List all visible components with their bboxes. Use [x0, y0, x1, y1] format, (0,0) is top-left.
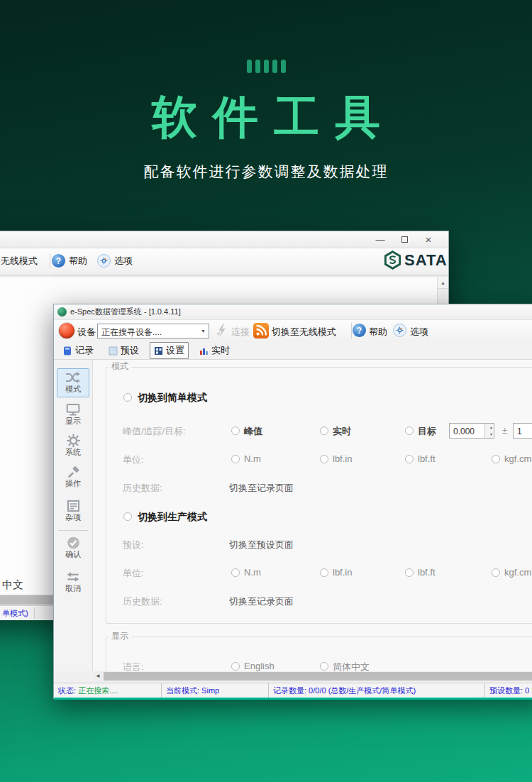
scrollbar-thumb[interactable]: [104, 672, 532, 681]
realtime-radio[interactable]: [320, 426, 328, 435]
unit-kgfcm-label[interactable]: kgf.cm: [504, 567, 531, 578]
scroll-left-icon[interactable]: ◄: [93, 671, 103, 681]
display-group-legend: 显示: [109, 630, 131, 642]
history-link[interactable]: 切换至记录页面: [229, 482, 294, 495]
options-button[interactable]: 选项: [410, 326, 428, 338]
current-mode-segment: 当前模式: Simp: [162, 683, 269, 698]
target-value-input[interactable]: 0.000 ▲▼: [449, 423, 494, 439]
preset-row: 预设: 切换至预设页面: [93, 539, 532, 551]
status-label: 状态:: [58, 685, 76, 696]
sidebar-item-misc[interactable]: 杂项: [57, 497, 89, 527]
settings-icon: [154, 346, 163, 356]
statusbar-divider: [34, 607, 35, 619]
language-english-label[interactable]: English: [244, 661, 275, 671]
monitor-icon: [65, 402, 81, 417]
spinner-icon[interactable]: ▲▼: [484, 424, 494, 438]
unit-lbfft-radio[interactable]: [405, 568, 414, 577]
unit-lbfin-label[interactable]: lbf.in: [333, 453, 352, 464]
maximize-button[interactable]: [392, 231, 416, 248]
unit-kgfcm-radio[interactable]: [492, 455, 500, 463]
sidebar-item-cancel[interactable]: 取消: [57, 568, 89, 597]
unit-lbfin-radio[interactable]: [320, 568, 328, 577]
tolerance-input[interactable]: 1: [513, 423, 532, 439]
unit-kgfcm-label[interactable]: kgf.cm: [504, 453, 531, 464]
unit-kgfcm-radio[interactable]: [492, 568, 500, 577]
history-link[interactable]: 切换至记录页面: [229, 595, 294, 608]
target-radio[interactable]: [405, 426, 414, 435]
unit-label: 单位:: [123, 453, 144, 466]
help-icon[interactable]: ?: [52, 254, 65, 268]
wireless-mode-button[interactable]: 无线模式: [1, 255, 38, 268]
tab-records[interactable]: 记录: [59, 342, 98, 359]
horizontal-scrollbar[interactable]: ◄: [93, 671, 532, 681]
sidebar-item-confirm[interactable]: 确认: [57, 534, 89, 563]
options-icon[interactable]: [393, 324, 406, 337]
options-icon[interactable]: [97, 254, 111, 268]
realtime-option-label[interactable]: 实时: [333, 425, 351, 438]
production-mode-row: 切换到生产模式: [93, 511, 532, 524]
sidebar-item-system[interactable]: 系统: [57, 432, 89, 461]
language-label: 语言:: [123, 661, 144, 671]
pvt-row: 峰值/追踪/目标: 峰值 实时 目标 0.000 ▲▼ ± 1: [93, 425, 532, 438]
page-title: 软件工具: [0, 87, 532, 148]
status-segment: 状态: 正在搜索....: [54, 683, 162, 698]
page-subtitle: 配备软件进行参数调整及数据处理: [0, 162, 532, 182]
help-button[interactable]: 帮助: [369, 326, 387, 338]
scroll-up-icon[interactable]: ▲: [438, 277, 448, 289]
chevron-down-icon: ▼: [201, 329, 206, 334]
minimize-button[interactable]: —: [368, 231, 392, 248]
unit-label: 单位:: [123, 567, 144, 580]
preset-link[interactable]: 切换至预设页面: [229, 539, 294, 551]
production-mode-radio[interactable]: [123, 512, 132, 521]
mode-group-legend: 模式: [109, 360, 131, 373]
switch-wireless-button[interactable]: 切换至无线模式: [272, 326, 336, 338]
simple-mode-label[interactable]: 切换到简单模式: [138, 392, 207, 404]
form-icon: [66, 499, 81, 513]
unit-lbfin-radio[interactable]: [320, 455, 328, 463]
simple-history-row: 历史数据: 切换至记录页面: [93, 482, 532, 495]
language-chinese-radio[interactable]: [320, 662, 328, 671]
device-dropdown[interactable]: 正在搜寻设备.... ▼: [97, 324, 209, 338]
target-option-label[interactable]: 目标: [418, 425, 436, 438]
front-window-statusbar: 状态: 正在搜索.... 当前模式: Simp 记录数量: 0/0/0 (总数/…: [54, 683, 532, 698]
peak-option-label[interactable]: 峰值: [244, 425, 262, 438]
unit-nm-label[interactable]: N.m: [244, 453, 261, 464]
page-background: 软件工具 配备软件进行参数调整及数据处理 — × 无线模式 ? 帮助 选项: [0, 0, 532, 782]
help-icon[interactable]: ?: [353, 324, 366, 337]
front-window-toolbar: 设备 正在搜寻设备.... ▼ 连接 切换至无线模式 ?: [54, 320, 532, 342]
tab-settings[interactable]: 设置: [150, 342, 189, 359]
wireless-rss-icon[interactable]: [253, 323, 269, 338]
unit-nm-radio[interactable]: [231, 455, 240, 463]
sidebar-item-operate[interactable]: 操作: [57, 463, 89, 492]
language-chinese-label[interactable]: 简体中文: [333, 661, 370, 671]
unit-nm-label[interactable]: N.m: [244, 567, 261, 578]
toolbar-separator: [351, 323, 352, 338]
production-unit-row: 单位: N.m lbf.in lbf.ft kgf.cm: [93, 567, 532, 580]
production-mode-label[interactable]: 切换到生产模式: [138, 511, 207, 524]
unit-lbfin-label[interactable]: lbf.in: [333, 567, 352, 578]
unit-lbfft-label[interactable]: lbf.ft: [418, 453, 436, 464]
tab-realtime[interactable]: 实时: [195, 342, 234, 359]
options-button[interactable]: 选项: [114, 255, 133, 268]
unit-lbfft-label[interactable]: lbf.ft: [418, 567, 436, 578]
sidebar-divider: [58, 530, 88, 531]
record-count-segment: 记录数量: 0/0/0 (总数/生产模式/简单模式): [269, 683, 485, 698]
help-button[interactable]: 帮助: [69, 255, 87, 268]
language-row: 语言: English 简体中文: [93, 661, 532, 671]
tab-presets[interactable]: 预设: [104, 342, 143, 359]
peak-radio[interactable]: [231, 426, 240, 435]
unit-nm-radio[interactable]: [231, 568, 240, 577]
sidebar-item-mode[interactable]: 模式: [57, 368, 89, 397]
settings-sidebar: 模式 显示 系统 操作 杂项 确认: [54, 360, 93, 671]
gear-icon: [66, 434, 81, 448]
sidebar-item-display[interactable]: 显示: [57, 401, 89, 430]
simple-mode-radio[interactable]: [123, 393, 132, 402]
toolbar-separator: [50, 253, 50, 269]
window-accent-border: [54, 698, 532, 700]
connect-button[interactable]: 连接: [231, 326, 250, 338]
maximize-icon: [401, 236, 408, 243]
app-icon: [57, 307, 67, 316]
close-button[interactable]: ×: [416, 231, 440, 248]
unit-lbfft-radio[interactable]: [405, 455, 414, 463]
language-english-radio[interactable]: [231, 662, 240, 671]
